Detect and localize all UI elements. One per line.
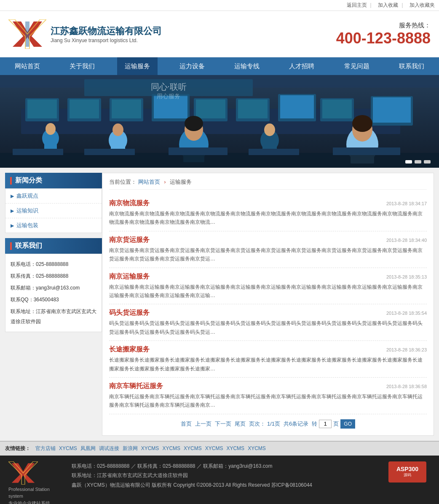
slider-dot-3[interactable] bbox=[424, 160, 431, 164]
breadcrumb-home[interactable]: 网站首页 bbox=[138, 179, 160, 185]
footer-logo-block: Professional Station system 专业的企业建站系统 bbox=[8, 461, 63, 504]
article-date-1: 2013-8-28 18:34:17 bbox=[386, 201, 427, 206]
return-home-link[interactable]: 返回主页 bbox=[347, 2, 367, 8]
friend-link-xycms-2[interactable]: XYCMS bbox=[141, 445, 159, 451]
article-title-5[interactable]: 长途搬家服务 bbox=[109, 345, 150, 354]
svg-rect-24 bbox=[373, 97, 411, 123]
article-title-3[interactable]: 南京运输服务 bbox=[109, 272, 150, 281]
company-name-cn: 江苏鑫跃物流运输有限公司 bbox=[51, 25, 162, 38]
sidebar-news-section: 新闻分类 ▶ 鑫跃观点 ▶ 运输知识 ▶ 运输包装 bbox=[5, 173, 102, 233]
pagination-next[interactable]: 下一页 bbox=[215, 420, 231, 428]
article-title-6[interactable]: 南京车辆托运服务 bbox=[109, 382, 163, 391]
pagination-go-button[interactable]: GO bbox=[340, 419, 355, 429]
company-name-block: 江苏鑫跃物流运输有限公司 Jiang Su Xinyue transport l… bbox=[51, 25, 162, 43]
nav-item-faq[interactable]: 常见问题 bbox=[337, 57, 377, 75]
nav-item-contact[interactable]: 联系我们 bbox=[391, 57, 432, 75]
friend-links: 友情链接： 官方店铺 XYCMS 凤凰网 调试连接 新浪网 XYCMS XYCM… bbox=[0, 441, 439, 456]
slider-dot-2[interactable] bbox=[415, 160, 421, 164]
article-item-6: 南京车辆托运服务 2013-8-28 18:36:58 南京车辆托运服务南京车辆… bbox=[109, 378, 427, 414]
contact-phone: 联系电话：025-88888888 bbox=[11, 258, 96, 270]
footer-badge-image: ASP300 源码 bbox=[388, 461, 426, 483]
friend-link-sina[interactable]: 新浪网 bbox=[123, 445, 138, 452]
pagination-page-input[interactable] bbox=[319, 420, 332, 428]
svg-rect-42 bbox=[0, 153, 439, 168]
svg-rect-27 bbox=[44, 137, 57, 150]
friend-links-label: 友情链接： bbox=[5, 445, 30, 452]
breadcrumb-current: 运输服务 bbox=[170, 179, 192, 185]
svg-point-33 bbox=[185, 116, 203, 131]
nav-item-transport[interactable]: 运输服务 bbox=[117, 57, 158, 75]
article-item-5: 长途搬家服务 2013-8-28 18:36:23 长途搬家服务长途搬家服务长途… bbox=[109, 341, 427, 378]
top-bar: 返回主页 ｜ 加入收藏 ｜ 加入收藏夹 bbox=[0, 0, 439, 11]
svg-rect-16 bbox=[196, 99, 225, 118]
add-favorites-link[interactable]: 加入收藏夹 bbox=[410, 2, 435, 8]
contact-address: 联系地址：江苏省南京市玄武区玄武大道徐庄软件园 bbox=[11, 306, 96, 327]
article-title-4[interactable]: 码头货运服务 bbox=[109, 308, 150, 317]
content-wrapper: 新闻分类 ▶ 鑫跃观点 ▶ 运输知识 ▶ 运输包装 bbox=[0, 168, 439, 441]
footer-logo-icon bbox=[8, 461, 38, 485]
main-nav: 网站首页 关于我们 运输服务 运力设备 运输专线 人才招聘 常见问题 联系我们 bbox=[0, 57, 439, 75]
company-name-en: Jiang Su Xinyue transport logistics Ltd. bbox=[51, 38, 162, 43]
svg-rect-8 bbox=[27, 99, 57, 118]
friend-link-fenghuang[interactable]: 凤凰网 bbox=[80, 445, 96, 452]
sidebar-item-transport-pack[interactable]: ▶ 运输包装 bbox=[5, 218, 102, 233]
svg-text:同心·联听: 同心·联听 bbox=[151, 82, 187, 91]
nav-item-about[interactable]: 关于我们 bbox=[62, 57, 102, 75]
svg-rect-20 bbox=[280, 95, 314, 118]
hotline-block: 服务热线： 400-123-8888 bbox=[336, 21, 431, 47]
article-excerpt-4: 码头货运服务码头货运服务码头货运服务码头货运服务码头货运服务码头货运服务码头货运… bbox=[109, 319, 427, 336]
nav-item-routes[interactable]: 运输专线 bbox=[227, 57, 267, 75]
friend-link-xycms-3[interactable]: XYCMS bbox=[162, 445, 180, 451]
svg-rect-46 bbox=[249, 149, 299, 155]
article-item-3: 南京运输服务 2013-8-28 18:35:13 南京运输服务南京运输服务南京… bbox=[109, 268, 427, 305]
red-bar-icon bbox=[10, 242, 12, 250]
contact-info-box: 联系电话：025-88888888 联系传真：025-88888888 联系邮箱… bbox=[5, 254, 102, 332]
nav-item-capacity[interactable]: 运力设备 bbox=[172, 57, 212, 75]
add-bookmark-link[interactable]: 加入收藏 bbox=[378, 2, 398, 8]
article-title-2[interactable]: 南京货运服务 bbox=[109, 236, 150, 244]
svg-rect-10 bbox=[70, 99, 99, 118]
sidebar-news-list: ▶ 鑫跃观点 ▶ 运输知识 ▶ 运输包装 bbox=[5, 188, 102, 233]
pagination-prev[interactable]: 上一页 bbox=[195, 420, 211, 428]
sidebar-item-xingyue[interactable]: ▶ 鑫跃观点 bbox=[5, 189, 102, 204]
pagination-last[interactable]: 尾页 bbox=[235, 420, 246, 428]
header: 江苏鑫跃物流运输有限公司 Jiang Su Xinyue transport l… bbox=[0, 11, 439, 57]
svg-point-29 bbox=[112, 123, 123, 136]
svg-rect-18 bbox=[238, 99, 268, 118]
contact-email: 联系邮箱：yang3rui@163.com bbox=[11, 282, 96, 294]
pagination-first[interactable]: 首页 bbox=[181, 420, 192, 428]
svg-point-36 bbox=[264, 123, 275, 136]
nav-item-recruit[interactable]: 人才招聘 bbox=[281, 57, 322, 75]
sidebar-item-transport-knowledge[interactable]: ▶ 运输知识 bbox=[5, 204, 102, 218]
friend-link-xycms-5[interactable]: XYCMS bbox=[205, 445, 223, 451]
pagination: 首页 上一页 下一页 尾页 页次： 1/1页 共6条记录 转 页 GO bbox=[109, 414, 427, 430]
article-item-4: 码头货运服务 2013-8-28 18:35:54 码头货运服务码头货运服务码头… bbox=[109, 304, 427, 341]
article-title-1[interactable]: 南京物流服务 bbox=[109, 199, 150, 208]
friend-link-xycms-6[interactable]: XYCMS bbox=[226, 445, 244, 451]
article-excerpt-1: 南京物流服务南京物流服务南京物流服务南京物流服务南京物流服务南京物流服务南京物流… bbox=[109, 209, 427, 227]
footer-phone: 联系电话：025-88888888 ／ 联系传真：025-88888888 ／ … bbox=[72, 461, 380, 471]
slider-dots bbox=[405, 160, 431, 164]
hotline-label: 服务热线： bbox=[336, 21, 431, 29]
svg-rect-43 bbox=[13, 149, 63, 155]
friend-link-test[interactable]: 调试连接 bbox=[99, 445, 119, 452]
svg-point-40 bbox=[352, 115, 372, 132]
arrow-icon: ▶ bbox=[11, 208, 14, 214]
footer: Professional Station system 专业的企业建站系统 联系… bbox=[0, 456, 439, 504]
arrow-icon: ▶ bbox=[11, 223, 14, 228]
contact-qq: 联系QQ：364500483 bbox=[11, 294, 96, 306]
friend-link-official[interactable]: 官方店铺 bbox=[35, 445, 56, 452]
arrow-icon: ▶ bbox=[11, 193, 14, 199]
friend-link-xycms-7[interactable]: XYCMS bbox=[248, 445, 266, 451]
article-excerpt-6: 南京车辆托运服务南京车辆托运服务南京车辆托运服务南京车辆托运服务南京车辆托运服务… bbox=[109, 392, 427, 410]
nav-item-home[interactable]: 网站首页 bbox=[7, 57, 48, 75]
slider-dot-1[interactable] bbox=[405, 160, 412, 164]
friend-link-xycms-4[interactable]: XYCMS bbox=[184, 445, 202, 451]
svg-rect-47 bbox=[333, 147, 400, 155]
breadcrumb: 当前位置： 网站首页 › 运输服务 bbox=[109, 178, 427, 190]
article-excerpt-2: 南京货运服务南京货运服务南京货运服务南京货运服务南京货运服务南京货运服务南京货运… bbox=[109, 246, 427, 263]
hotline-number: 400-123-8888 bbox=[336, 29, 431, 47]
friend-link-xycms-1[interactable]: XYCMS bbox=[59, 445, 77, 451]
sidebar-news-title: 新闻分类 bbox=[5, 173, 102, 188]
pagination-total: 共6条记录 bbox=[284, 420, 308, 428]
